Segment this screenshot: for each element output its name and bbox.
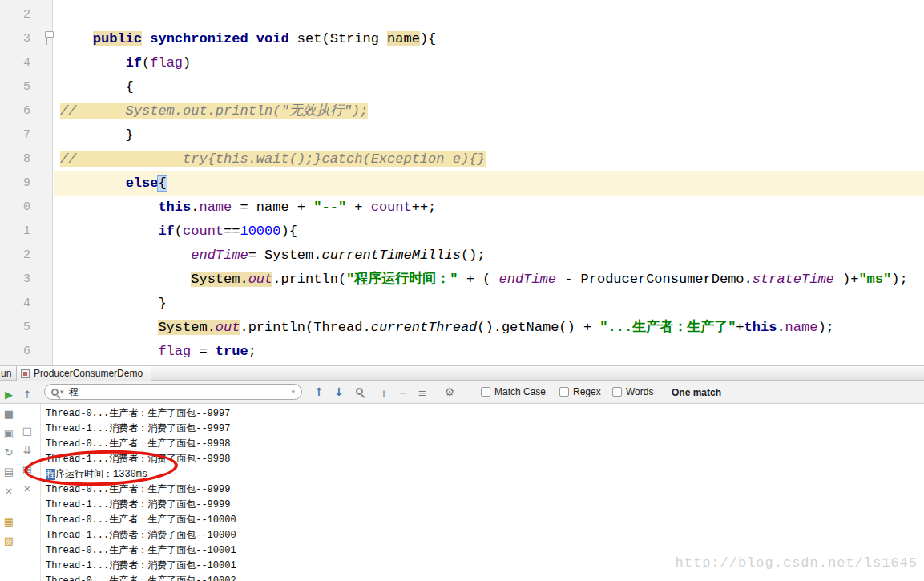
search-settings-gear-icon[interactable]: ⚙ xyxy=(441,385,458,400)
filter-lines-icon[interactable]: ≡ xyxy=(414,385,431,400)
run-window-title: un xyxy=(1,368,11,379)
run-tool-window: un ProducerConsumerDemo ▾ 程 ▾ ↑ ↓ + − ≡ … xyxy=(0,365,924,581)
search-input[interactable]: ▾ 程 ▾ xyxy=(44,384,302,400)
code-line: // try{this.wait();}catch(Exception e){} xyxy=(54,147,924,171)
match-count-status: One match xyxy=(672,387,721,398)
stop-button[interactable]: ■ xyxy=(2,407,16,422)
code-line: public synchronized void set(String name… xyxy=(54,27,924,51)
code-line: if(count==10000){ xyxy=(54,220,924,244)
exclude-filter-icon[interactable]: − xyxy=(394,385,412,400)
code-line: // System.out.println("无效执行"); xyxy=(54,99,924,123)
navigate-up-button[interactable]: ↑ xyxy=(20,388,34,402)
notifications-button[interactable]: ▨ xyxy=(2,534,16,548)
console-line: Thread-0...生产者：生产了面包--9999 xyxy=(46,482,924,498)
console-line: Thread-0...生产者：生产了面包--10000 xyxy=(46,513,924,528)
scroll-to-end-button[interactable]: ⇊ xyxy=(20,443,34,458)
code-line: { xyxy=(54,75,924,99)
code-line: System.out.println(Thread.currentThread(… xyxy=(54,316,924,340)
code-line: else{ xyxy=(54,171,924,196)
line-number: 3 xyxy=(0,268,52,292)
line-number: 4 xyxy=(0,292,52,316)
run-tab-bar: un ProducerConsumerDemo xyxy=(0,365,924,381)
code-line: } xyxy=(54,292,924,316)
line-number: 4 xyxy=(0,51,52,75)
soft-wrap-button[interactable]: □ xyxy=(20,424,34,438)
code-area[interactable]: public synchronized void set(String name… xyxy=(54,3,924,364)
match-case-checkbox-box xyxy=(481,387,490,397)
line-number: 1 xyxy=(0,220,52,244)
line-number: 9 xyxy=(0,171,52,196)
line-number: 2 xyxy=(0,3,52,27)
regex-label: Regex xyxy=(573,386,601,397)
regex-checkbox-box xyxy=(559,387,569,397)
console-line: Thread-0...生产者：生产了面包--9997 xyxy=(46,406,924,422)
console-line: Thread-1...消费者：消费了面包--9999 xyxy=(46,498,924,513)
console-tab-icon xyxy=(21,369,30,378)
code-line: System.out.println("程序运行时间：" + ( endTime… xyxy=(54,268,924,292)
pin-tab-button[interactable]: ▤ xyxy=(2,465,16,479)
words-checkbox[interactable]: Words xyxy=(612,386,653,397)
console-line: Thread-1...消费者：消费了面包--9998 xyxy=(46,452,924,467)
ide-window: 234567890123456 public synchronized void… xyxy=(0,0,924,581)
event-log-button[interactable]: ▦ xyxy=(2,514,16,529)
code-line: if(flag) xyxy=(54,51,924,75)
previous-occurrence-button[interactable]: ↑ xyxy=(314,385,324,398)
code-line xyxy=(54,3,924,27)
clear-all-button[interactable]: × xyxy=(20,482,34,496)
match-case-label: Match Case xyxy=(494,386,546,397)
close-button[interactable]: × xyxy=(2,484,16,498)
words-checkbox-box xyxy=(612,387,622,397)
code-line: flag = true; xyxy=(54,340,924,364)
line-number: 7 xyxy=(0,123,52,147)
restore-layout-button[interactable]: ▣ xyxy=(2,426,16,441)
line-number: 6 xyxy=(0,340,52,364)
console-line: Thread-0...生产者：生产了面包--10002 xyxy=(46,574,924,581)
code-line: this.name = name + "--" + count++; xyxy=(54,196,924,220)
line-number: 8 xyxy=(0,147,52,171)
regex-checkbox[interactable]: Regex xyxy=(559,386,601,397)
console-line: Thread-0...生产者：生产了面包--9998 xyxy=(46,437,924,452)
next-occurrence-button[interactable]: ↓ xyxy=(334,385,344,398)
gutter-numbers: 234567890123456 xyxy=(0,3,52,364)
line-number: 5 xyxy=(0,75,52,99)
line-number: 2 xyxy=(0,244,52,268)
flag-cloth xyxy=(45,31,54,38)
search-icon xyxy=(51,389,59,396)
console-line: Thread-1...消费者：消费了面包--9997 xyxy=(46,422,924,437)
search-query-text: 程 xyxy=(69,385,79,399)
line-number: 0 xyxy=(0,196,52,220)
console-line: Thread-1...消费者：消费了面包--10001 xyxy=(46,559,924,574)
print-button[interactable]: ▤ xyxy=(20,462,34,477)
code-line: } xyxy=(54,123,924,147)
code-line: endTime= System.currentTimeMillis(); xyxy=(54,244,924,268)
search-field-chevron-icon[interactable]: ▾ xyxy=(291,388,295,396)
match-case-checkbox[interactable]: Match Case xyxy=(481,386,546,397)
tab-producerconsumerdemo[interactable]: ProducerConsumerDemo xyxy=(16,366,151,381)
rerun-button[interactable]: ▶ xyxy=(2,388,16,402)
console-output[interactable]: Thread-0...生产者：生产了面包--9997Thread-1...消费者… xyxy=(40,404,924,581)
find-in-selection-icon[interactable] xyxy=(356,388,363,395)
console-line: 程序运行时间：1330ms xyxy=(46,467,924,482)
words-label: Words xyxy=(626,386,653,397)
editor-gutter[interactable]: 234567890123456 xyxy=(0,0,53,365)
line-number: 5 xyxy=(0,316,52,340)
tab-label: ProducerConsumerDemo xyxy=(34,368,143,379)
search-history-chevron-icon[interactable]: ▾ xyxy=(60,388,64,396)
flag-pole xyxy=(46,38,47,45)
console-line: Thread-1...消费者：消费了面包--10000 xyxy=(46,528,924,543)
run-panel-body: Thread-0...生产者：生产了面包--9997Thread-1...消费者… xyxy=(0,404,924,581)
console-line: Thread-0...生产者：生产了面包--10001 xyxy=(46,543,924,559)
add-filter-icon[interactable]: + xyxy=(375,385,393,400)
history-button[interactable]: ↻ xyxy=(2,446,16,460)
line-number: 6 xyxy=(0,99,52,123)
console-search-toolbar: ▾ 程 ▾ ↑ ↓ + − ≡ ⚙ Match Case Regex Words xyxy=(0,381,924,404)
code-editor[interactable]: 234567890123456 public synchronized void… xyxy=(0,0,924,365)
